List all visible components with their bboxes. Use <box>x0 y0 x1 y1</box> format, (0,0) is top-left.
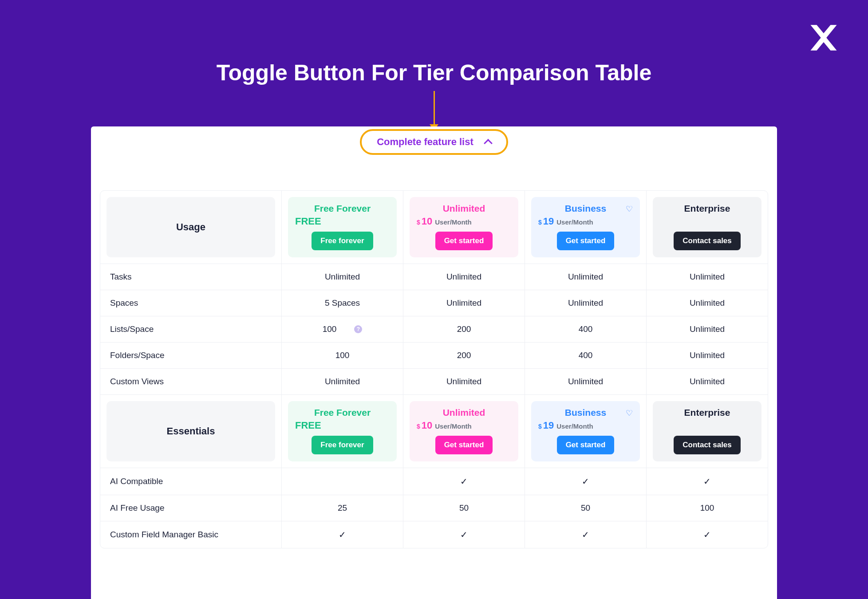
cell-value: Unlimited <box>568 272 603 282</box>
check-icon: ✓ <box>460 529 468 540</box>
table-cell: Unlimited <box>646 290 768 316</box>
table-row: Folders/Space100200400Unlimited <box>100 342 768 368</box>
check-icon: ✓ <box>460 476 468 487</box>
plan-name: Business <box>538 407 633 418</box>
table-row: Custom ViewsUnlimitedUnlimitedUnlimitedU… <box>100 368 768 394</box>
plan-cta-free[interactable]: Free forever <box>312 232 373 250</box>
plan-name: Enterprise <box>660 203 754 214</box>
plan-cta-unlimited[interactable]: Get started <box>435 232 493 250</box>
table-cell: Unlimited <box>403 369 525 394</box>
check-icon: ✓ <box>339 529 346 540</box>
cell-value: Unlimited <box>446 272 481 282</box>
table-cell: 25 <box>281 495 403 521</box>
plan-cta-enterprise[interactable]: Contact sales <box>674 436 741 454</box>
plan-cta-business[interactable]: Get started <box>557 436 615 454</box>
table-cell: Unlimited <box>281 264 403 290</box>
heart-icon: ♡ <box>626 408 633 418</box>
table-row: Spaces5 SpacesUnlimitedUnlimitedUnlimite… <box>100 290 768 316</box>
table-cell: 50 <box>403 495 525 521</box>
plan-card-business: ♡ Business $19User/Month Get started <box>531 197 640 257</box>
table-cell: 50 <box>525 495 646 521</box>
table-cell: ✓ <box>646 521 768 548</box>
table-cell: Unlimited <box>646 343 768 368</box>
cell-value: 25 <box>338 503 347 513</box>
plan-name: Free Forever <box>295 203 390 214</box>
section-title: Essentials <box>107 401 275 461</box>
cell-value: Unlimited <box>446 298 481 308</box>
cell-value: Unlimited <box>690 377 725 386</box>
cell-value: 200 <box>457 324 471 334</box>
cell-value: 400 <box>579 324 593 334</box>
feature-list-toggle[interactable]: Complete feature list <box>360 129 508 155</box>
table-cell: ✓ <box>646 468 768 495</box>
table-cell: 200 <box>403 316 525 342</box>
table-cell: 5 Spaces <box>281 290 403 316</box>
comparison-grid: Usage Free Forever FREE Free forever Unl… <box>100 190 768 548</box>
table-cell: Unlimited <box>525 369 646 394</box>
cell-value: Unlimited <box>568 377 603 386</box>
plan-name: Free Forever <box>295 407 390 418</box>
table-cell: 100 <box>281 343 403 368</box>
comparison-panel: Complete feature list Usage Free Forever… <box>91 126 777 599</box>
table-cell: ✓ <box>281 521 403 548</box>
cell-value: Unlimited <box>690 351 725 360</box>
table-cell: ✓ <box>403 468 525 495</box>
check-icon: ✓ <box>582 476 589 487</box>
check-icon: ✓ <box>582 529 589 540</box>
feature-label: AI Compatible <box>100 468 281 495</box>
page-title: Toggle Button For Tier Comparison Table <box>0 60 868 86</box>
plan-cta-business[interactable]: Get started <box>557 232 615 250</box>
feature-label: Custom Views <box>100 369 281 394</box>
plan-name: Business <box>538 203 633 214</box>
table-cell: Unlimited <box>403 290 525 316</box>
cell-value: Unlimited <box>325 377 360 386</box>
cell-value: Unlimited <box>568 298 603 308</box>
plan-card-free: Free Forever FREE Free forever <box>288 401 397 461</box>
cell-value: Unlimited <box>690 324 725 334</box>
feature-label: Folders/Space <box>100 343 281 368</box>
table-cell: Unlimited <box>646 264 768 290</box>
table-cell: Unlimited <box>646 369 768 394</box>
cell-value: 50 <box>581 503 590 513</box>
feature-label: AI Free Usage <box>100 495 281 521</box>
logo-icon <box>806 22 841 53</box>
help-icon[interactable]: ? <box>354 325 362 333</box>
plan-card-unlimited: Unlimited $10User/Month Get started <box>410 197 518 257</box>
table-cell: 200 <box>403 343 525 368</box>
table-row: AI Free Usage255050100 <box>100 495 768 521</box>
annotation-arrow <box>430 91 438 130</box>
table-row: TasksUnlimitedUnlimitedUnlimitedUnlimite… <box>100 264 768 290</box>
table-row: Lists/Space100?200400Unlimited <box>100 316 768 342</box>
table-cell: 100? <box>281 316 403 342</box>
cell-value: 100 <box>323 324 337 334</box>
table-cell: 400 <box>525 343 646 368</box>
check-icon: ✓ <box>703 476 711 487</box>
chevron-up-icon <box>484 139 493 148</box>
table-cell <box>281 468 403 495</box>
plan-cta-unlimited[interactable]: Get started <box>435 436 493 454</box>
cell-value: 5 Spaces <box>325 298 360 308</box>
section-title: Usage <box>107 197 275 257</box>
plan-card-enterprise: Enterprise Contact sales <box>653 401 761 461</box>
feature-label: Custom Field Manager Basic <box>100 521 281 548</box>
plan-card-unlimited: Unlimited $10User/Month Get started <box>410 401 518 461</box>
table-cell: ✓ <box>525 521 646 548</box>
cell-value: 50 <box>459 503 469 513</box>
table-cell: Unlimited <box>281 369 403 394</box>
plan-card-business: ♡ Business $19User/Month Get started <box>531 401 640 461</box>
cell-value: 100 <box>700 503 714 513</box>
plan-cta-enterprise[interactable]: Contact sales <box>674 232 741 250</box>
plan-cta-free[interactable]: Free forever <box>312 436 373 454</box>
cell-value: Unlimited <box>325 272 360 282</box>
table-cell: Unlimited <box>646 316 768 342</box>
table-cell: 100 <box>646 495 768 521</box>
feature-label: Lists/Space <box>100 316 281 342</box>
heart-icon: ♡ <box>626 204 633 214</box>
toggle-label: Complete feature list <box>377 136 473 148</box>
table-row: AI Compatible✓✓✓ <box>100 468 768 495</box>
table-cell: Unlimited <box>403 264 525 290</box>
table-cell: ✓ <box>525 468 646 495</box>
cell-value: 200 <box>457 351 471 360</box>
cell-value: Unlimited <box>690 298 725 308</box>
plan-name: Unlimited <box>417 203 511 214</box>
